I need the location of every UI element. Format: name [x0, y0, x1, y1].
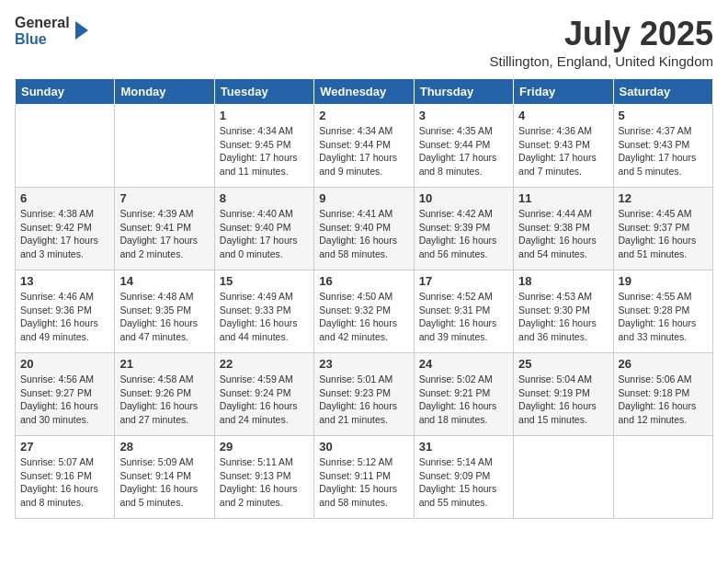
logo-wrapper: General Blue [15, 15, 91, 47]
calendar-cell: 16Sunrise: 4:50 AM Sunset: 9:32 PM Dayli… [314, 270, 414, 353]
calendar-cell: 19Sunrise: 4:55 AM Sunset: 9:28 PM Dayli… [613, 270, 712, 353]
day-info: Sunrise: 4:55 AM Sunset: 9:28 PM Dayligh… [619, 290, 708, 344]
calendar-cell: 26Sunrise: 5:06 AM Sunset: 9:18 PM Dayli… [613, 353, 712, 436]
day-info: Sunrise: 4:42 AM Sunset: 9:39 PM Dayligh… [419, 207, 508, 261]
page-header: General Blue July 2025 Stillington, Engl… [15, 15, 713, 69]
day-info: Sunrise: 4:38 AM Sunset: 9:42 PM Dayligh… [20, 207, 109, 261]
day-number: 30 [319, 440, 408, 454]
day-info: Sunrise: 5:04 AM Sunset: 9:19 PM Dayligh… [518, 373, 608, 427]
day-number: 8 [220, 191, 309, 205]
day-info: Sunrise: 5:07 AM Sunset: 9:16 PM Dayligh… [20, 455, 109, 510]
day-number: 1 [220, 109, 309, 122]
calendar-cell: 30Sunrise: 5:12 AM Sunset: 9:11 PM Dayli… [314, 436, 414, 519]
calendar-cell [613, 436, 712, 519]
day-info: Sunrise: 4:36 AM Sunset: 9:43 PM Dayligh… [518, 124, 608, 178]
day-number: 5 [619, 109, 708, 122]
calendar-cell: 17Sunrise: 4:52 AM Sunset: 9:31 PM Dayli… [414, 270, 513, 353]
day-info: Sunrise: 4:35 AM Sunset: 9:44 PM Dayligh… [419, 124, 508, 178]
day-info: Sunrise: 4:52 AM Sunset: 9:31 PM Dayligh… [419, 290, 508, 344]
day-number: 7 [119, 191, 209, 205]
calendar-cell: 8Sunrise: 4:40 AM Sunset: 9:40 PM Daylig… [214, 188, 313, 270]
day-number: 29 [220, 440, 309, 454]
calendar-cell: 7Sunrise: 4:39 AM Sunset: 9:41 PM Daylig… [115, 188, 214, 270]
day-number: 10 [419, 191, 508, 205]
col-header-monday: Monday [115, 79, 214, 105]
day-info: Sunrise: 4:34 AM Sunset: 9:45 PM Dayligh… [220, 124, 309, 178]
day-number: 23 [319, 357, 408, 371]
day-number: 25 [518, 357, 608, 371]
day-info: Sunrise: 4:46 AM Sunset: 9:36 PM Dayligh… [20, 290, 109, 344]
day-number: 13 [20, 274, 109, 288]
day-info: Sunrise: 4:59 AM Sunset: 9:24 PM Dayligh… [220, 373, 309, 427]
calendar-cell: 22Sunrise: 4:59 AM Sunset: 9:24 PM Dayli… [214, 353, 313, 436]
calendar-week-4: 20Sunrise: 4:56 AM Sunset: 9:27 PM Dayli… [16, 353, 713, 436]
calendar-cell: 1Sunrise: 4:34 AM Sunset: 9:45 PM Daylig… [214, 105, 313, 188]
day-number: 17 [419, 274, 508, 288]
calendar-cell: 25Sunrise: 5:04 AM Sunset: 9:19 PM Dayli… [514, 353, 613, 436]
day-number: 19 [619, 274, 708, 288]
day-number: 24 [419, 357, 508, 371]
day-info: Sunrise: 5:09 AM Sunset: 9:14 PM Dayligh… [119, 455, 209, 510]
day-number: 27 [20, 440, 109, 454]
calendar-table: SundayMondayTuesdayWednesdayThursdayFrid… [15, 78, 713, 519]
day-number: 12 [619, 191, 708, 205]
day-number: 4 [518, 109, 608, 122]
calendar-cell: 10Sunrise: 4:42 AM Sunset: 9:39 PM Dayli… [414, 188, 513, 270]
day-number: 2 [319, 109, 408, 122]
calendar-header-row: SundayMondayTuesdayWednesdayThursdayFrid… [16, 79, 713, 105]
day-number: 22 [220, 357, 309, 371]
day-info: Sunrise: 4:34 AM Sunset: 9:44 PM Dayligh… [319, 124, 408, 178]
day-number: 20 [20, 357, 109, 371]
day-info: Sunrise: 5:12 AM Sunset: 9:11 PM Dayligh… [319, 455, 408, 510]
day-info: Sunrise: 4:58 AM Sunset: 9:26 PM Dayligh… [119, 373, 209, 427]
calendar-cell: 29Sunrise: 5:11 AM Sunset: 9:13 PM Dayli… [214, 436, 313, 519]
day-info: Sunrise: 4:41 AM Sunset: 9:40 PM Dayligh… [319, 207, 408, 261]
col-header-wednesday: Wednesday [314, 79, 414, 105]
calendar-cell: 6Sunrise: 4:38 AM Sunset: 9:42 PM Daylig… [16, 188, 115, 270]
day-number: 18 [518, 274, 608, 288]
calendar-week-5: 27Sunrise: 5:07 AM Sunset: 9:16 PM Dayli… [16, 436, 713, 519]
day-number: 21 [119, 357, 209, 371]
logo-blue-text: Blue [15, 31, 70, 48]
day-number: 3 [419, 109, 508, 122]
day-info: Sunrise: 4:56 AM Sunset: 9:27 PM Dayligh… [20, 373, 109, 427]
calendar-cell: 20Sunrise: 4:56 AM Sunset: 9:27 PM Dayli… [16, 353, 115, 436]
calendar-cell: 3Sunrise: 4:35 AM Sunset: 9:44 PM Daylig… [414, 105, 513, 188]
calendar-cell: 27Sunrise: 5:07 AM Sunset: 9:16 PM Dayli… [16, 436, 115, 519]
logo: General Blue [15, 15, 91, 47]
calendar-cell: 9Sunrise: 4:41 AM Sunset: 9:40 PM Daylig… [314, 188, 414, 270]
calendar-cell: 2Sunrise: 4:34 AM Sunset: 9:44 PM Daylig… [314, 105, 414, 188]
day-info: Sunrise: 4:49 AM Sunset: 9:33 PM Dayligh… [220, 290, 309, 344]
calendar-cell: 24Sunrise: 5:02 AM Sunset: 9:21 PM Dayli… [414, 353, 513, 436]
col-header-saturday: Saturday [613, 79, 712, 105]
day-number: 15 [220, 274, 309, 288]
calendar-cell: 14Sunrise: 4:48 AM Sunset: 9:35 PM Dayli… [115, 270, 214, 353]
day-info: Sunrise: 4:45 AM Sunset: 9:37 PM Dayligh… [619, 207, 708, 261]
col-header-friday: Friday [514, 79, 613, 105]
logo-text-block: General Blue [15, 15, 70, 47]
logo-general-text: General [15, 15, 70, 31]
calendar-cell: 11Sunrise: 4:44 AM Sunset: 9:38 PM Dayli… [514, 188, 613, 270]
day-info: Sunrise: 5:14 AM Sunset: 9:09 PM Dayligh… [419, 455, 508, 510]
day-number: 16 [319, 274, 408, 288]
calendar-cell: 12Sunrise: 4:45 AM Sunset: 9:37 PM Dayli… [613, 188, 712, 270]
calendar-cell: 23Sunrise: 5:01 AM Sunset: 9:23 PM Dayli… [314, 353, 414, 436]
day-info: Sunrise: 5:11 AM Sunset: 9:13 PM Dayligh… [220, 455, 309, 510]
calendar-cell: 13Sunrise: 4:46 AM Sunset: 9:36 PM Dayli… [16, 270, 115, 353]
day-info: Sunrise: 5:06 AM Sunset: 9:18 PM Dayligh… [619, 373, 708, 427]
calendar-cell: 5Sunrise: 4:37 AM Sunset: 9:43 PM Daylig… [613, 105, 712, 188]
calendar-week-2: 6Sunrise: 4:38 AM Sunset: 9:42 PM Daylig… [16, 188, 713, 270]
day-info: Sunrise: 5:01 AM Sunset: 9:23 PM Dayligh… [319, 373, 408, 427]
calendar-cell [514, 436, 613, 519]
month-title: July 2025 [490, 15, 714, 53]
calendar-week-3: 13Sunrise: 4:46 AM Sunset: 9:36 PM Dayli… [16, 270, 713, 353]
calendar-cell: 18Sunrise: 4:53 AM Sunset: 9:30 PM Dayli… [514, 270, 613, 353]
logo-triangle-icon [75, 21, 88, 40]
day-info: Sunrise: 4:44 AM Sunset: 9:38 PM Dayligh… [518, 207, 608, 261]
day-info: Sunrise: 4:39 AM Sunset: 9:41 PM Dayligh… [119, 207, 209, 261]
col-header-sunday: Sunday [16, 79, 115, 105]
day-number: 11 [518, 191, 608, 205]
day-number: 26 [619, 357, 708, 371]
calendar-week-1: 1Sunrise: 4:34 AM Sunset: 9:45 PM Daylig… [16, 105, 713, 188]
calendar-cell [115, 105, 214, 188]
